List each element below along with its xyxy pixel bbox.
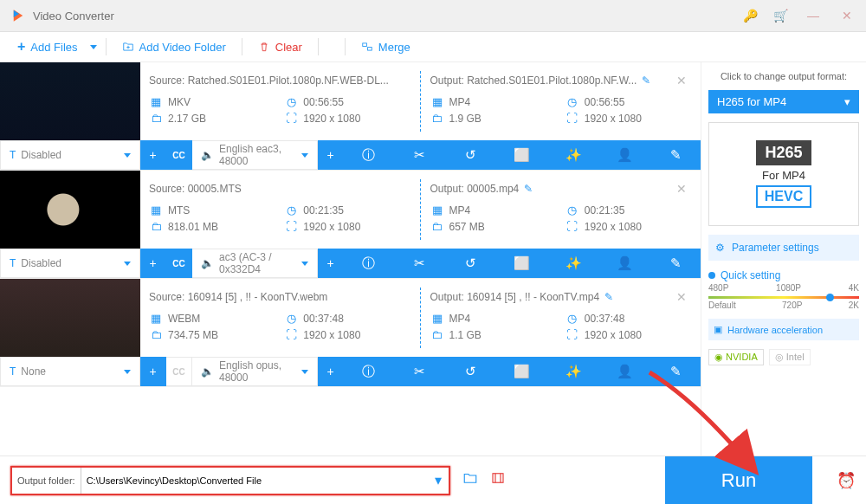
edit-tool-1[interactable]: ✂ xyxy=(409,364,430,379)
key-icon[interactable]: 🔑 xyxy=(743,9,758,23)
resolution-icon: ⛶ xyxy=(565,112,579,125)
edit-output-name-button[interactable]: ✎ xyxy=(604,291,613,303)
open-folder-button[interactable] xyxy=(462,470,478,490)
add-subtitle-button[interactable]: + xyxy=(140,357,166,386)
add-audio-button[interactable]: + xyxy=(318,357,344,386)
separator xyxy=(242,38,242,55)
edit-tool-3[interactable]: ⬜ xyxy=(512,147,533,163)
subtitle-dropdown[interactable]: TDisabled xyxy=(0,249,140,278)
source-size: 2.17 GB xyxy=(168,113,206,125)
merge-icon xyxy=(361,41,373,53)
audio-dropdown[interactable]: 🔈English eac3, 48000 xyxy=(192,140,318,170)
edit-tool-6[interactable]: ✎ xyxy=(666,147,687,163)
add-audio-button[interactable]: + xyxy=(318,140,344,170)
edit-tool-4[interactable]: ✨ xyxy=(563,147,584,163)
sliders-icon: ⚙ xyxy=(715,242,725,254)
folder-icon: 🗀 xyxy=(430,328,444,341)
audio-dropdown[interactable]: 🔈ac3 (AC-3 / 0x332D4 xyxy=(192,249,318,278)
edit-tool-1[interactable]: ✂ xyxy=(409,255,430,271)
remove-item-button[interactable]: ✕ xyxy=(676,182,692,196)
edit-tool-5[interactable]: 👤 xyxy=(615,364,636,379)
parameter-settings-button[interactable]: ⚙ Parameter settings xyxy=(708,235,859,261)
edit-tool-2[interactable]: ↺ xyxy=(461,364,481,379)
video-thumbnail[interactable] xyxy=(0,279,140,357)
subtitle-dropdown[interactable]: TDisabled xyxy=(0,140,140,170)
minimize-button[interactable]: — xyxy=(804,9,823,23)
app-title: Video Converter xyxy=(33,10,114,23)
edit-output-name-button[interactable]: ✎ xyxy=(524,183,533,195)
edit-tool-3[interactable]: ⬜ xyxy=(512,255,533,271)
audio-value: English opus, 48000 xyxy=(219,359,296,384)
edit-output-name-button[interactable]: ✎ xyxy=(642,74,650,87)
format-icon: ▦ xyxy=(149,204,163,216)
add-subtitle-button[interactable]: + xyxy=(140,249,166,278)
edit-tool-2[interactable]: ↺ xyxy=(461,147,481,163)
add-files-dropdown-icon[interactable] xyxy=(90,45,97,49)
output-format-dropdown[interactable]: H265 for MP4 ▾ xyxy=(708,90,859,113)
remove-item-button[interactable]: ✕ xyxy=(676,74,692,87)
separator xyxy=(106,38,107,55)
q-480p: 480P xyxy=(708,283,728,293)
add-subtitle-button[interactable]: + xyxy=(140,140,166,170)
add-video-folder-button[interactable]: Add Video Folder xyxy=(115,37,233,57)
film-icon[interactable] xyxy=(490,470,506,490)
output-folder-input[interactable] xyxy=(81,475,428,486)
edit-tool-0[interactable]: ⓘ xyxy=(358,255,378,272)
merge-label: Merge xyxy=(378,41,410,54)
separator xyxy=(345,38,346,55)
edit-tool-1[interactable]: ✂ xyxy=(409,147,430,163)
chip-icon: ▣ xyxy=(714,324,722,335)
quality-slider[interactable] xyxy=(708,296,859,299)
file-list: Source: Ratched.S01E01.Pilot.1080p.NF.WE… xyxy=(0,62,701,456)
add-audio-button[interactable]: + xyxy=(318,249,344,278)
merge-button[interactable]: Merge xyxy=(354,37,417,57)
edit-tool-0[interactable]: ⓘ xyxy=(358,364,378,380)
hw-label: Hardware acceleration xyxy=(727,325,823,335)
q-720p: 720P xyxy=(782,300,802,310)
format-icon: ▦ xyxy=(149,95,163,108)
add-files-button[interactable]: + Add Files xyxy=(10,36,85,58)
cc-button[interactable]: CC xyxy=(166,357,192,386)
video-thumbnail[interactable] xyxy=(0,171,140,249)
edit-tool-6[interactable]: ✎ xyxy=(666,364,687,379)
q-4k: 4K xyxy=(849,283,859,293)
output-size: 1.9 GB xyxy=(449,113,481,125)
audio-dropdown[interactable]: 🔈English opus, 48000 xyxy=(192,357,318,386)
cart-icon[interactable]: 🛒 xyxy=(773,9,788,23)
source-duration: 00:21:35 xyxy=(303,204,344,216)
close-window-button[interactable]: ✕ xyxy=(838,9,856,23)
edit-tool-4[interactable]: ✨ xyxy=(563,255,584,271)
source-duration: 00:56:55 xyxy=(303,96,344,108)
svg-rect-2 xyxy=(493,474,503,483)
clock-icon: ◷ xyxy=(565,312,579,325)
source-label: Source: 00005.MTS xyxy=(149,183,242,195)
run-button[interactable]: Run xyxy=(665,456,812,505)
nvidia-badge: ◉ NVIDIA xyxy=(708,349,764,365)
clear-button[interactable]: Clear xyxy=(251,37,309,57)
edit-tool-5[interactable]: 👤 xyxy=(615,255,636,271)
video-thumbnail[interactable] xyxy=(0,62,140,140)
subtitle-dropdown[interactable]: TNone xyxy=(0,357,140,386)
output-folder-dropdown-icon[interactable]: ▾ xyxy=(428,472,449,488)
edit-tool-2[interactable]: ↺ xyxy=(461,255,481,271)
edit-tool-6[interactable]: ✎ xyxy=(666,255,687,271)
source-size: 818.01 MB xyxy=(168,221,218,233)
h265-badge: H265 xyxy=(756,140,811,165)
resolution-icon: ⛶ xyxy=(565,220,579,233)
edit-tool-3[interactable]: ⬜ xyxy=(512,364,533,379)
edit-tool-5[interactable]: 👤 xyxy=(615,147,636,163)
slider-handle[interactable] xyxy=(826,294,834,301)
clock-icon: ◷ xyxy=(284,312,298,325)
edit-tool-0[interactable]: ⓘ xyxy=(358,147,378,164)
remove-item-button[interactable]: ✕ xyxy=(676,290,692,304)
cc-button[interactable]: CC xyxy=(166,140,192,170)
output-label: Output: 00005.mp4 xyxy=(430,183,520,195)
hardware-acceleration-toggle[interactable]: ▣ Hardware acceleration xyxy=(708,319,859,340)
edit-tool-4[interactable]: ✨ xyxy=(563,364,584,379)
intel-badge: ◎ Intel xyxy=(769,349,811,365)
format-preview[interactable]: H265 For MP4 HEVC xyxy=(708,122,859,226)
cc-button[interactable]: CC xyxy=(166,249,192,278)
add-files-label: Add Files xyxy=(30,41,77,54)
format-title: Click to change output format: xyxy=(708,71,859,81)
schedule-button[interactable]: ⏰ xyxy=(837,471,856,490)
